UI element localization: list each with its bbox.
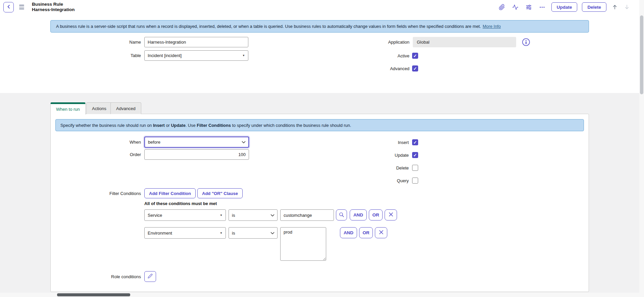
insert-checkbox[interactable] [412,139,418,145]
edit-role-conditions-button[interactable] [144,271,156,282]
context-menu-icon[interactable] [19,5,25,9]
application-label: Application [349,37,409,47]
condition-and-button[interactable]: AND [350,209,367,220]
condition-remove-button[interactable] [375,227,387,238]
condition-field-select[interactable]: Service ▼ [144,209,226,221]
add-or-clause-button[interactable]: Add "OR" Clause [197,188,243,198]
delete-checkbox[interactable] [412,165,418,171]
role-conditions-label: Role conditions [81,271,141,282]
condition-and-button[interactable]: AND [340,227,357,238]
name-label: Name [81,37,141,47]
caret-down-icon: ▼ [242,54,245,57]
filter-conditions-label: Filter Conditions [81,188,141,198]
condition-or-button[interactable]: OR [359,227,373,238]
x-icon [389,212,393,218]
activity-stream-icon[interactable] [511,3,520,11]
order-label: Order [81,149,141,160]
application-info-icon[interactable] [522,38,531,48]
query-label: Query [348,176,409,185]
insert-label: Insert [348,138,409,147]
condition-match-text: All of these conditions must be met [144,201,217,206]
when-label: When [81,137,141,147]
advanced-label: Advanced [349,64,409,73]
when-to-run-info-banner: Specify whether the business rule should… [55,119,584,131]
update-checkbox[interactable] [412,152,418,158]
update-button[interactable]: Update [551,2,578,12]
application-readonly-field: Global [413,37,516,47]
condition-or-button[interactable]: OR [369,209,383,220]
tab-actions[interactable]: Actions [86,102,112,114]
chevron-left-icon [6,4,11,10]
delete-button[interactable]: Delete [582,2,606,12]
personalize-form-icon[interactable] [525,3,533,11]
delete-label: Delete [348,163,409,172]
page-title: Business Rule Harness-Integration [32,2,75,12]
condition-field-select[interactable]: Environment ▼ [144,227,226,239]
name-input[interactable] [144,37,248,47]
active-checkbox[interactable] [412,53,418,59]
update-label: Update [348,150,409,160]
pencil-icon [148,274,153,280]
add-filter-condition-button[interactable]: Add Filter Condition [144,188,196,198]
horizontal-scrollbar-thumb[interactable] [57,293,130,296]
active-label: Active [349,51,409,60]
business-rule-info-banner: A business rule is a server-side script … [50,20,589,33]
chevron-down-icon [270,213,275,218]
table-label: Table [81,50,141,61]
condition-value-input[interactable] [280,209,334,221]
next-record-arrow-icon[interactable] [623,3,631,11]
condition-lookup-button[interactable] [336,209,347,220]
x-icon [379,230,384,236]
advanced-checkbox[interactable] [412,65,418,71]
previous-record-arrow-icon[interactable] [611,3,618,11]
condition-remove-button[interactable] [385,209,397,220]
back-button[interactable] [3,2,14,12]
chevron-down-icon [270,231,275,236]
caret-down-icon: ▼ [220,214,222,217]
tab-advanced[interactable]: Advanced [110,102,141,114]
tab-when-to-run[interactable]: When to run [50,102,86,114]
record-type-title: Business Rule [32,2,75,7]
more-info-link[interactable]: More Info [483,24,501,29]
condition-value-textarea[interactable]: prod [280,227,326,261]
condition-operator-select[interactable]: is [229,209,278,221]
when-select[interactable]: before [144,137,249,148]
condition-operator-select[interactable]: is [229,227,278,239]
form-header: Business Rule Harness-Integration Update… [0,0,639,14]
info-banner-text: A business rule is a server-side script … [56,24,481,29]
order-input[interactable] [144,149,249,160]
caret-down-icon: ▼ [220,232,222,235]
paperclip-icon[interactable] [498,3,506,11]
table-select[interactable]: Incident [incident] ▼ [144,50,248,61]
vertical-scrollbar[interactable] [639,0,644,297]
vertical-scrollbar-thumb[interactable] [640,15,643,94]
horizontal-scrollbar[interactable] [0,293,639,297]
record-name-title: Harness-Integration [32,7,75,12]
search-icon [339,212,344,218]
query-checkbox[interactable] [412,178,418,184]
chevron-down-icon [242,140,246,145]
more-options-icon[interactable] [538,3,547,11]
